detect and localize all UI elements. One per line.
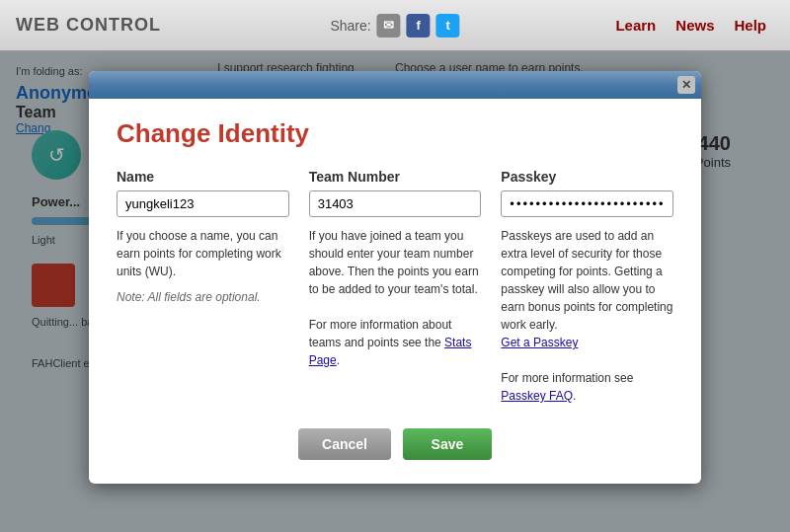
passkey-input[interactable] — [501, 190, 673, 217]
modal-titlebar: ✕ — [89, 71, 701, 99]
main-nav: Learn News Help — [607, 13, 774, 38]
passkey-field: Passkey Passkeys are used to add an extr… — [501, 169, 673, 405]
modal-close-button[interactable]: ✕ — [677, 76, 695, 94]
share-facebook-icon[interactable]: f — [407, 14, 431, 38]
nav-learn[interactable]: Learn — [607, 13, 664, 38]
nav-help[interactable]: Help — [726, 13, 774, 38]
cancel-button[interactable]: Cancel — [298, 428, 391, 460]
name-field: Name If you choose a name, you can earn … — [117, 169, 289, 306]
share-twitter-icon[interactable]: t — [436, 14, 460, 38]
modal-fields: Name If you choose a name, you can earn … — [117, 169, 673, 405]
save-button[interactable]: Save — [403, 428, 492, 460]
modal-body: Change Identity Name If you choose a nam… — [89, 99, 701, 484]
name-description: If you choose a name, you can earn point… — [117, 227, 289, 280]
share-label: Share: — [330, 18, 370, 34]
get-passkey-link[interactable]: Get a Passkey — [501, 336, 578, 349]
nav-news[interactable]: News — [668, 13, 722, 38]
team-description: If you have joined a team you should ent… — [309, 227, 482, 369]
passkey-label: Passkey — [501, 169, 673, 185]
modal-buttons: Cancel Save — [117, 428, 673, 460]
modal-title: Change Identity — [117, 118, 673, 149]
team-number-input[interactable] — [309, 190, 482, 217]
team-field: Team Number If you have joined a team yo… — [309, 169, 482, 369]
change-identity-modal: ✕ Change Identity Name If you choose a n… — [89, 71, 701, 484]
passkey-faq-link[interactable]: Passkey FAQ — [501, 389, 573, 403]
background-content: I'm folding as: I support research fight… — [0, 51, 790, 532]
modal-overlay: ✕ Change Identity Name If you choose a n… — [0, 51, 790, 532]
passkey-description: Passkeys are used to add an extra level … — [501, 227, 673, 405]
name-input[interactable] — [117, 190, 289, 217]
header: WEB CONTROL Share: ✉ f t Learn News Help — [0, 0, 790, 51]
share-email-icon[interactable]: ✉ — [377, 14, 401, 38]
name-label: Name — [117, 169, 289, 185]
share-section: Share: ✉ f t — [330, 14, 459, 38]
team-number-label: Team Number — [309, 169, 482, 185]
name-note: Note: All fields are optional. — [117, 288, 289, 306]
app-logo: WEB CONTROL — [16, 15, 161, 36]
